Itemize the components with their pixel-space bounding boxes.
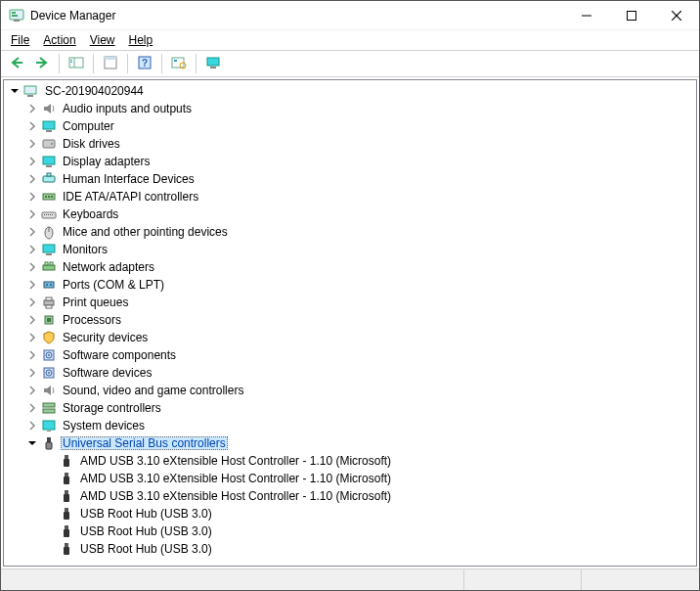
expander-icon[interactable]: [25, 155, 39, 168]
expander-icon[interactable]: [25, 296, 39, 309]
scan-hardware-button[interactable]: [167, 53, 191, 74]
svg-rect-2: [12, 15, 18, 17]
expander-icon[interactable]: [25, 419, 39, 432]
tree-node-label: Disk drives: [61, 137, 122, 151]
expander-icon[interactable]: [25, 331, 39, 344]
expander-icon[interactable]: [25, 207, 39, 221]
usbdev-icon: [59, 471, 74, 486]
tree-node-label: Universal Serial Bus controllers: [61, 436, 228, 450]
menu-file-label: File: [11, 33, 29, 47]
svg-rect-5: [628, 11, 636, 20]
printer-icon: [41, 295, 57, 310]
expander-icon[interactable]: [25, 225, 39, 239]
svg-rect-33: [48, 196, 50, 198]
expander-icon[interactable]: [25, 401, 39, 415]
menu-file[interactable]: File: [5, 32, 35, 48]
menu-help[interactable]: Help: [123, 32, 159, 48]
tree-category[interactable]: Ports (COM & LPT): [4, 276, 696, 294]
tree-device[interactable]: USB Root Hub (USB 3.0): [4, 505, 696, 523]
cpu-icon: [41, 312, 57, 328]
svg-rect-46: [45, 262, 48, 265]
tree-category[interactable]: Security devices: [4, 329, 696, 346]
computer-icon: [23, 83, 39, 99]
app-icon: [9, 8, 24, 23]
expander-icon[interactable]: [25, 102, 39, 115]
tree-category[interactable]: Keyboards: [4, 205, 696, 223]
expander-icon[interactable]: [25, 366, 39, 380]
maximize-button[interactable]: [609, 1, 654, 30]
tree-category[interactable]: IDE ATA/ATAPI controllers: [4, 188, 696, 205]
expander-icon[interactable]: [25, 348, 39, 362]
tree-category[interactable]: Computer: [4, 117, 696, 135]
expander-icon[interactable]: [25, 119, 39, 133]
close-button[interactable]: [654, 1, 699, 30]
tree-device[interactable]: USB Root Hub (USB 3.0): [4, 523, 696, 540]
svg-point-49: [46, 284, 48, 286]
monitor-icon: [205, 56, 221, 72]
svg-rect-22: [27, 95, 33, 97]
tree-category[interactable]: Storage controllers: [4, 399, 696, 417]
svg-rect-30: [47, 173, 51, 176]
tree-device[interactable]: AMD USB 3.10 eXtensible Host Controller …: [4, 487, 696, 505]
expander-icon[interactable]: [25, 137, 39, 151]
tree-category[interactable]: Display adapters: [4, 153, 696, 170]
content-area: SC-201904020944Audio inputs and outputsC…: [1, 77, 699, 568]
tree-category[interactable]: Processors: [4, 311, 696, 329]
tree-category[interactable]: Software components: [4, 346, 696, 364]
svg-rect-64: [43, 421, 55, 430]
devices-view-button[interactable]: [201, 53, 225, 74]
tree-category[interactable]: Monitors: [4, 241, 696, 258]
svg-rect-24: [46, 130, 52, 132]
svg-rect-55: [47, 318, 51, 322]
forward-button[interactable]: [30, 53, 54, 74]
tree-category[interactable]: Human Interface Devices: [4, 170, 696, 188]
tree-category[interactable]: Mice and other pointing devices: [4, 223, 696, 241]
back-button[interactable]: [5, 53, 28, 74]
svg-rect-34: [51, 196, 53, 198]
tree-category[interactable]: Network adapters: [4, 258, 696, 276]
tree-category[interactable]: Universal Serial Bus controllers: [4, 434, 696, 452]
properties-button[interactable]: [99, 53, 122, 74]
show-hide-console-button[interactable]: [65, 53, 88, 74]
tree-category[interactable]: Sound, video and game controllers: [4, 382, 696, 399]
tree-device[interactable]: AMD USB 3.10 eXtensible Host Controller …: [4, 452, 696, 470]
tree-root[interactable]: SC-201904020944: [4, 82, 696, 100]
menu-view-label: View: [90, 33, 115, 47]
tree-category[interactable]: Disk drives: [4, 135, 696, 153]
arrow-left-icon: [10, 56, 23, 72]
device-tree[interactable]: SC-201904020944Audio inputs and outputsC…: [3, 79, 697, 567]
svg-rect-20: [210, 67, 216, 68]
monitor-icon: [41, 242, 57, 257]
svg-rect-77: [64, 529, 69, 537]
tree-device[interactable]: USB Root Hub (USB 3.0): [4, 540, 696, 558]
expander-icon[interactable]: [25, 436, 39, 450]
minimize-button[interactable]: [564, 1, 609, 30]
help-button[interactable]: ?: [133, 53, 156, 74]
expander-icon[interactable]: [25, 243, 39, 256]
svg-rect-23: [43, 121, 55, 129]
tree-category[interactable]: Audio inputs and outputs: [4, 100, 696, 117]
expander-icon[interactable]: [25, 384, 39, 397]
tree-node-label: Software components: [61, 348, 178, 362]
monitor-icon: [41, 118, 57, 134]
tree-category[interactable]: Software devices: [4, 364, 696, 382]
properties-icon: [104, 56, 117, 72]
menu-view[interactable]: View: [84, 32, 121, 48]
expander-icon[interactable]: [25, 190, 39, 204]
tree-category[interactable]: System devices: [4, 417, 696, 434]
expander-icon[interactable]: [25, 172, 39, 186]
expander-icon[interactable]: [25, 260, 39, 274]
usbdev-icon: [59, 488, 74, 504]
svg-rect-52: [46, 297, 52, 300]
tree-category[interactable]: Print queues: [4, 294, 696, 311]
menu-action[interactable]: Action: [37, 32, 81, 48]
expander-icon[interactable]: [25, 313, 39, 327]
tree-node-label: Print queues: [61, 296, 130, 309]
svg-rect-3: [14, 20, 20, 22]
svg-rect-27: [43, 157, 55, 164]
svg-point-50: [50, 284, 52, 286]
tree-device[interactable]: AMD USB 3.10 eXtensible Host Controller …: [4, 470, 696, 487]
expander-icon[interactable]: [25, 278, 39, 292]
svg-rect-62: [43, 403, 55, 407]
expander-icon[interactable]: [8, 84, 22, 98]
